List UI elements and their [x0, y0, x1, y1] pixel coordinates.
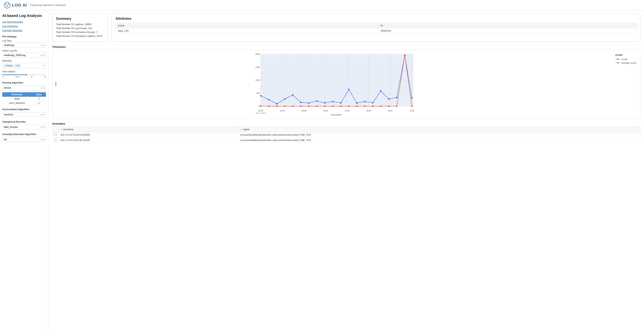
anomaly-dot-13: [364, 106, 366, 107]
logo-area: LOG AI Powered by Salesforce AI Research: [4, 2, 66, 8]
sort-arrow-timestamp: ⇅: [60, 128, 62, 130]
svg-text:Dec 24, 2017: Dec 24, 2017: [256, 112, 266, 114]
anomaly-row-1-checkbox-cell: [52, 132, 58, 138]
anomaly-dot-14: [372, 106, 374, 107]
summary-panel: Summary Total Number Of Loglines: 19996 …: [52, 14, 108, 42]
tag-action-x-icon[interactable]: ✕: [5, 65, 6, 67]
svg-text:2000: 2000: [255, 53, 260, 55]
anomaly-dot-19: [411, 106, 412, 107]
attributes-arrow-icon: ▼: [43, 65, 45, 67]
svg-point-0: [4, 2, 10, 8]
svg-line-5: [6, 4, 7, 6]
params-cell-delimiters-name: extra_delimiters: [2, 101, 32, 105]
sidebar: AI-based Log Analysis Log Summarization …: [0, 10, 48, 330]
tag-id-label: ID: [18, 64, 20, 67]
anomaly-dot-16: [388, 106, 390, 107]
slider-label-1s: 1s: [2, 76, 4, 78]
timeseries-heading: Timeseries: [52, 46, 640, 48]
anomaly-dot-5: [300, 106, 302, 107]
tag-id[interactable]: ✕ ID: [14, 64, 21, 67]
count-dot-6: [308, 102, 310, 104]
summary-title: Summary: [56, 17, 104, 21]
chart-legend: variable counts anomaly_counts: [614, 52, 638, 116]
chart-svg: 2000 1500 1000 500 0 00:00 Dec 24, 2017 …: [59, 52, 612, 116]
anomaly-dot-18: [404, 54, 406, 56]
svg-text:21:00: 21:00: [410, 110, 414, 112]
slider-label-1min: 1min: [16, 76, 20, 78]
svg-line-6: [7, 4, 8, 6]
svg-text:00:00: 00:00: [258, 110, 263, 112]
attributes-title: Attributes: [116, 17, 636, 21]
anomaly-detection-select-wrapper: ets ✕ ▼: [2, 137, 46, 142]
anomaly-row-1-timestamp: 2017-12-24T18:00:00.820000: [58, 132, 239, 138]
params-cell-delimiters-value: ( ): [32, 101, 46, 105]
count-dot-12: [356, 102, 358, 104]
logline-header[interactable]: ⇅ logline: [238, 127, 640, 132]
attributes-tags-input[interactable]: ✕ Action ✕ ID ▼: [2, 63, 46, 68]
svg-point-39: [617, 62, 618, 64]
params-table: Parameter Value depth 3 extra_delimiters…: [2, 92, 46, 105]
anomalies-heading: Anomalies: [52, 122, 640, 125]
attr-cell-id: 30002312: [378, 28, 636, 34]
anomaly-dot-1: [268, 106, 270, 107]
params-cell-depth-value: 3: [32, 97, 46, 101]
sort-arrow-logline: ⇅: [240, 128, 242, 130]
count-dot-11: [348, 89, 350, 90]
categorical-encoder-select[interactable]: label_encoder: [2, 125, 46, 130]
anomaly-dot-6: [308, 106, 310, 107]
legend-line-anomaly-icon: [615, 62, 620, 64]
anomalies-section: Anomalies ⇅ timestamp ⇅ logline: [52, 122, 640, 143]
time-interval-slider[interactable]: 1s 1min 1h 1d: [2, 74, 46, 78]
nav-anomaly-detection[interactable]: Anomaly Detection: [2, 29, 46, 32]
attributes-label: Attributes: [2, 60, 46, 62]
timeseries-chart: value 2000 1500 1000: [52, 50, 640, 118]
legend-line-counts-icon: [615, 58, 620, 60]
svg-text:18:00: 18:00: [388, 110, 392, 112]
parsing-algorithm-label: Parsing Algortihm: [2, 81, 46, 84]
parsing-select[interactable]: DRAIN: [2, 86, 46, 90]
nav-log-clustering[interactable]: Log Clustering: [2, 25, 46, 28]
anomaly-row-2-logline: processHandleBroadcastAction action:andr…: [238, 138, 640, 143]
anomaly-dot-7: [316, 106, 318, 107]
slider-labels: 1s 1min 1h 1d: [2, 76, 46, 78]
tag-action[interactable]: ✕ Action: [4, 64, 14, 67]
attr-header-action: Action: [116, 23, 378, 28]
svg-text:12:00: 12:00: [345, 110, 349, 112]
app-title: AI-based Log Analysis: [2, 14, 46, 18]
anomaly-dot-12: [356, 106, 358, 107]
tag-id-x-icon[interactable]: ✕: [16, 65, 17, 67]
anomaly-row-1: 2017-12-24T18:00:00.820000 processHandle…: [52, 132, 640, 138]
count-dot-17: [396, 97, 398, 98]
slider-label-1h: 1h: [31, 76, 33, 78]
log-type-select[interactable]: HealthApp: [2, 43, 46, 48]
timestamp-header[interactable]: ⇅ timestamp: [58, 127, 239, 132]
count-dot-3: [284, 98, 286, 100]
anomaly-dot-2: [276, 106, 278, 107]
categorical-encoder-label: Categorical Encoder: [2, 120, 46, 123]
anomaly-row-1-logline: processHandleBroadcastAction action:andr…: [238, 132, 640, 138]
file-settings-label: File Settings: [2, 35, 46, 38]
anomaly-detection-select[interactable]: ets: [2, 137, 46, 142]
slider-thumb[interactable]: [25, 74, 27, 76]
log-file-select[interactable]: HealthApp_20000.log: [2, 53, 46, 58]
chart-y-label: value: [54, 82, 57, 86]
top-panels: Summary Total Number Of Loglines: 19996 …: [52, 14, 640, 42]
attributes-table: Action ID Step_LSC 30002312: [116, 23, 636, 34]
logo-subtitle: Powered by Salesforce AI Research: [30, 4, 66, 6]
summary-anomalous-groups: Total Number Of Anomalous Groups: 7: [56, 31, 104, 34]
count-dot-19: [411, 97, 412, 98]
params-header-value: Value: [32, 92, 46, 97]
params-row-delimiters: extra_delimiters ( ): [2, 101, 46, 105]
anomaly-row-1-checkbox[interactable]: [54, 134, 56, 136]
vectorization-select[interactable]: word2vec: [2, 112, 46, 117]
nav-log-summarization[interactable]: Log Summarization: [2, 20, 46, 23]
anomalies-table: ⇅ timestamp ⇅ logline 2017: [52, 127, 640, 143]
anomaly-dot-3: [284, 106, 286, 107]
count-dot-13: [364, 101, 366, 102]
anomaly-row-2-checkbox[interactable]: [54, 139, 56, 141]
anomaly-dot-17: [396, 106, 398, 107]
count-dot-8: [324, 102, 326, 104]
main-layout: AI-based Log Analysis Log Summarization …: [0, 10, 644, 330]
anomaly-dot-0: [260, 105, 262, 107]
anomaly-detection-alg-label: Anomaly Detection Algortihm: [2, 133, 46, 136]
